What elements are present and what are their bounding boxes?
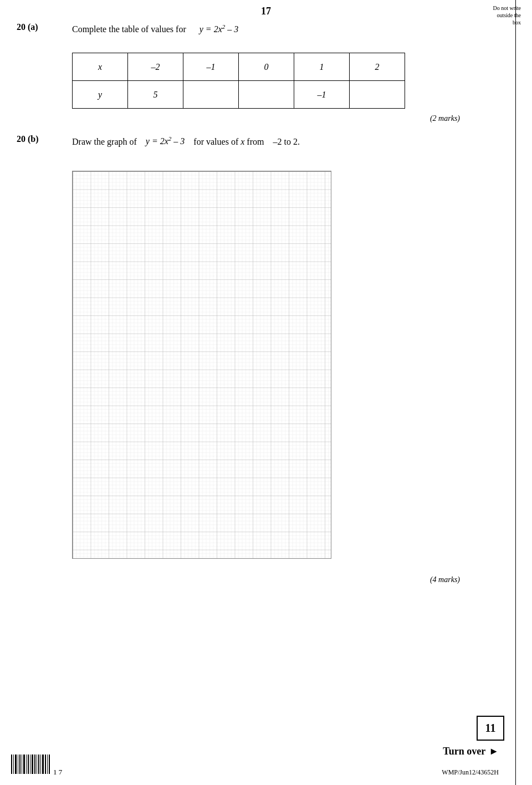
turn-over: Turn over ► bbox=[443, 746, 499, 757]
barcode-number: 1 7 bbox=[53, 768, 62, 777]
marks-b: (4 marks) bbox=[17, 575, 460, 584]
table-cell-y-neg2: 5 bbox=[128, 81, 183, 109]
do-not-write-notice: Do not writeoutside thebox bbox=[493, 4, 521, 26]
table-header-y: y bbox=[73, 81, 128, 109]
svg-rect-1 bbox=[73, 171, 331, 558]
svg-rect-20 bbox=[47, 755, 48, 774]
svg-rect-15 bbox=[37, 755, 37, 774]
table-cell-y-neg1 bbox=[183, 81, 239, 109]
values-table-container: x –2 –1 0 1 2 y 5 –1 bbox=[72, 53, 482, 109]
svg-rect-9 bbox=[23, 755, 25, 774]
svg-rect-10 bbox=[26, 755, 27, 774]
q20a-instruction: Complete the table of values for bbox=[72, 24, 186, 34]
table-cell-x-0: 0 bbox=[239, 53, 294, 81]
score-box: 11 bbox=[477, 716, 504, 741]
table-cell-y-2 bbox=[350, 81, 405, 109]
graph-area bbox=[72, 171, 331, 559]
table-header-x: x bbox=[73, 53, 128, 81]
turn-over-arrow: ► bbox=[489, 746, 499, 757]
page-number-top: 17 bbox=[261, 6, 271, 17]
score-value: 11 bbox=[485, 722, 496, 735]
svg-rect-14 bbox=[34, 755, 35, 774]
table-cell-x-2: 2 bbox=[350, 53, 405, 81]
q20b-equation: y = 2x2 – 3 bbox=[146, 134, 185, 148]
table-row-x: x –2 –1 0 1 2 bbox=[73, 53, 405, 81]
barcode-icon bbox=[11, 755, 50, 777]
question-20b-label: 20 (b) bbox=[17, 134, 72, 144]
turn-over-text: Turn over bbox=[443, 746, 485, 757]
svg-rect-8 bbox=[22, 755, 22, 774]
question-20a-text: Complete the table of values for y = 2x2… bbox=[72, 22, 238, 36]
values-table: x –2 –1 0 1 2 y 5 –1 bbox=[72, 53, 405, 109]
q20b-x: x bbox=[241, 135, 244, 149]
svg-rect-21 bbox=[49, 755, 50, 774]
q20b-draw: Draw the graph of bbox=[72, 135, 137, 149]
svg-rect-7 bbox=[19, 755, 21, 774]
table-cell-y-0 bbox=[239, 81, 294, 109]
table-cell-y-1: –1 bbox=[294, 81, 350, 109]
main-content: 20 (a) Complete the table of values for … bbox=[0, 0, 515, 595]
table-cell-x-neg1: –1 bbox=[183, 53, 239, 81]
right-border bbox=[515, 0, 532, 785]
svg-rect-12 bbox=[30, 755, 30, 774]
svg-rect-4 bbox=[13, 755, 14, 774]
svg-rect-6 bbox=[18, 755, 18, 774]
q20b-range: –2 to 2. bbox=[273, 135, 299, 149]
exam-page: 17 Do not writeoutside thebox 20 (a) Com… bbox=[0, 0, 532, 785]
svg-rect-18 bbox=[42, 755, 44, 774]
graph-grid bbox=[72, 171, 331, 559]
grid-svg bbox=[73, 171, 331, 558]
barcode-area: 1 7 bbox=[11, 755, 62, 777]
svg-rect-5 bbox=[15, 755, 17, 774]
footer-reference: WMP/Jun12/43652H bbox=[442, 768, 499, 777]
question-20a: 20 (a) Complete the table of values for … bbox=[17, 22, 482, 36]
question-20b: 20 (b) Draw the graph of y = 2x2 – 3 for… bbox=[17, 134, 482, 148]
svg-rect-13 bbox=[32, 755, 33, 774]
question-20a-label: 20 (a) bbox=[17, 22, 72, 32]
svg-rect-16 bbox=[38, 755, 39, 774]
marks-a: (2 marks) bbox=[17, 114, 460, 123]
table-cell-x-neg2: –2 bbox=[128, 53, 183, 81]
table-row-y: y 5 –1 bbox=[73, 81, 405, 109]
question-20b-text: Draw the graph of y = 2x2 – 3 for values… bbox=[72, 134, 300, 148]
q20a-equation: y = 2x2 – 3 bbox=[200, 24, 239, 34]
svg-rect-11 bbox=[28, 755, 29, 774]
q20b-from: from bbox=[247, 135, 264, 149]
svg-rect-17 bbox=[40, 755, 41, 774]
q20b-for: for values of bbox=[193, 135, 238, 149]
table-cell-x-1: 1 bbox=[294, 53, 350, 81]
score-box-container: 11 bbox=[477, 713, 504, 741]
svg-rect-3 bbox=[11, 755, 12, 774]
svg-rect-19 bbox=[45, 755, 46, 774]
